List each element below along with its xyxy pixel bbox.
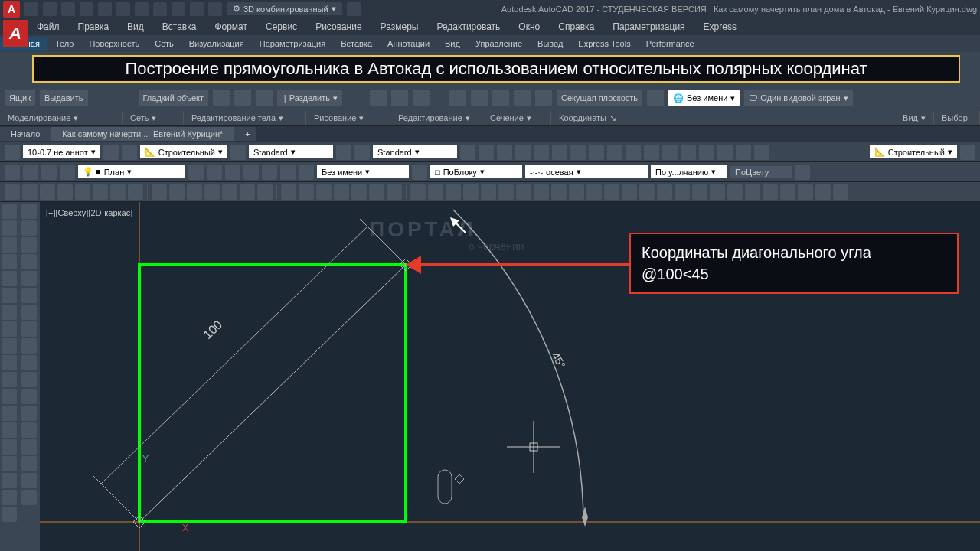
tb-ic[interactable] — [604, 184, 619, 200]
tb-ic[interactable] — [763, 184, 778, 200]
menu-help[interactable]: Справка — [552, 20, 600, 34]
tb-ic[interactable] — [710, 184, 725, 200]
trim-icon[interactable] — [21, 288, 37, 303]
panel-select[interactable]: Выбор — [934, 111, 980, 125]
drawing-viewport[interactable]: [−][Сверху][2D-каркас] ПОРТАЛ о черчении… — [40, 202, 980, 551]
tb-ic[interactable] — [75, 184, 90, 200]
ltb-ic[interactable] — [2, 456, 17, 471]
ribbon-ic8[interactable] — [471, 90, 488, 106]
tb-ic[interactable] — [40, 184, 55, 200]
tb-ic[interactable] — [204, 184, 220, 200]
layer-ic3[interactable] — [41, 165, 57, 180]
pr-ic[interactable] — [662, 145, 678, 160]
ribbon-ic1[interactable] — [213, 90, 230, 106]
menu-service[interactable]: Сервис — [260, 20, 303, 34]
tab-param[interactable]: Параметризация — [252, 37, 333, 51]
hatch-icon[interactable] — [2, 321, 17, 337]
smooth-button[interactable]: Гладкий объект — [139, 90, 208, 106]
qat-open-icon[interactable] — [43, 2, 57, 16]
pr-ic[interactable] — [589, 145, 604, 160]
tab-output[interactable]: Вывод — [530, 37, 570, 51]
tb-ic[interactable] — [534, 184, 549, 200]
scale-icon[interactable] — [21, 254, 37, 269]
tb-ic[interactable] — [639, 184, 655, 200]
offset-icon[interactable] — [21, 321, 37, 337]
pline-icon[interactable] — [2, 220, 17, 236]
spline-icon[interactable] — [2, 305, 17, 320]
table-style-combo[interactable]: Standard ▾ — [373, 145, 457, 158]
file-tab-current[interactable]: Как самому начерти...- Евгений Курицин* — [51, 127, 234, 141]
qat-plot-icon[interactable] — [98, 2, 112, 16]
tb-ic[interactable] — [187, 184, 202, 200]
ly-ic[interactable] — [262, 165, 277, 180]
tb-ic[interactable] — [692, 184, 707, 200]
anno-icon[interactable] — [5, 145, 20, 160]
pr-ic[interactable] — [626, 145, 641, 160]
pr-ic[interactable] — [479, 145, 494, 160]
pr-ic[interactable] — [460, 145, 475, 160]
pr-ic[interactable] — [681, 145, 696, 160]
prop-ic2[interactable] — [122, 145, 137, 160]
tb-ic[interactable] — [833, 184, 848, 200]
tb-ic[interactable] — [586, 184, 602, 200]
ribbon-ic6[interactable] — [413, 90, 430, 106]
qat-undo-icon[interactable] — [116, 2, 130, 16]
mleader-style-combo[interactable]: 📐 Строительный ▾ — [870, 145, 957, 158]
pr-ic[interactable] — [607, 145, 622, 160]
tb-ic[interactable] — [498, 184, 514, 200]
ltb2-ic[interactable] — [21, 422, 37, 438]
anno-scale-combo[interactable]: 10-0.7 не аннот ▾ — [23, 145, 100, 158]
pr-ic[interactable] — [534, 145, 549, 160]
visual-style-combo[interactable]: ⚙ 3D комбинированный ▾ — [227, 2, 342, 15]
ribbon-ic3[interactable] — [256, 90, 273, 106]
tb-ic[interactable] — [334, 184, 349, 200]
qat-saveas-icon[interactable] — [80, 2, 93, 16]
dim-style-combo[interactable]: 📐 Строительный ▾ — [140, 145, 227, 158]
panel-view[interactable]: Вид ▾ — [635, 111, 934, 125]
qat-btn3-icon[interactable] — [190, 2, 204, 16]
ltb2-ic[interactable] — [21, 389, 37, 404]
tb-ic[interactable] — [369, 184, 384, 200]
tb-ic[interactable] — [657, 184, 672, 200]
tab-express[interactable]: Express Tools — [570, 37, 638, 51]
pr-ic-end[interactable] — [960, 145, 975, 160]
pr-ic[interactable] — [736, 145, 751, 160]
ucs-combo[interactable]: 🌐 Без имени ▾ — [668, 90, 740, 106]
ribbon-ic4[interactable] — [370, 90, 387, 106]
qat-search-icon[interactable] — [347, 2, 361, 16]
text-style-combo[interactable]: Standard ▾ — [249, 145, 333, 158]
extrude-button[interactable]: Выдавить — [40, 90, 88, 106]
tb-ic[interactable] — [428, 184, 443, 200]
ltb-ic[interactable] — [2, 507, 17, 522]
ltb2-ic[interactable] — [21, 406, 37, 421]
pr-ic[interactable] — [717, 145, 733, 160]
panel-editbody[interactable]: Редактирование тела ▾ — [184, 111, 306, 125]
copy-icon[interactable] — [21, 220, 37, 236]
menu-express[interactable]: Express — [697, 20, 743, 34]
ribbon-ic11[interactable] — [535, 90, 552, 106]
menu-view[interactable]: Вид — [121, 20, 150, 34]
qat-redo-icon[interactable] — [135, 2, 149, 16]
tb-ic[interactable] — [780, 184, 795, 200]
ribbon-ic2[interactable] — [234, 90, 251, 106]
app-menu-icon[interactable]: A — [3, 20, 28, 47]
rotate-icon[interactable] — [21, 237, 37, 253]
panel-section[interactable]: Сечение ▾ — [482, 111, 551, 125]
tab-view[interactable]: Вид — [437, 37, 468, 51]
tb-ic[interactable] — [481, 184, 496, 200]
ribbon-ic10[interactable] — [514, 90, 531, 106]
section-button[interactable]: Секущая плоскость — [557, 90, 642, 106]
extend-icon[interactable] — [21, 305, 37, 320]
tb-ic[interactable] — [110, 184, 126, 200]
ltb2-ic[interactable] — [21, 473, 37, 488]
prop-ic5[interactable] — [354, 145, 370, 160]
lineweight-combo[interactable]: По у...лчанию ▾ — [651, 165, 727, 178]
pr-ic[interactable] — [644, 145, 659, 160]
file-tab-add[interactable]: + — [234, 127, 256, 141]
ltb-ic[interactable] — [2, 406, 17, 421]
menu-format[interactable]: Формат — [208, 20, 253, 34]
ly-ic2[interactable] — [412, 165, 427, 180]
tb-ic[interactable] — [22, 184, 38, 200]
tb-ic[interactable] — [410, 184, 426, 200]
tb-ic[interactable] — [316, 184, 332, 200]
